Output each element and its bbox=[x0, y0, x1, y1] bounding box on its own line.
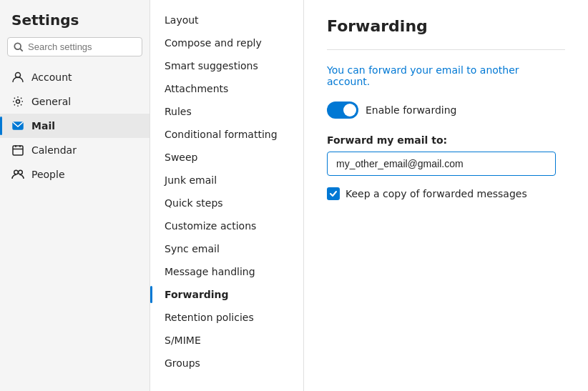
menu-item-retention-policies[interactable]: Retention policies bbox=[150, 306, 303, 329]
mail-icon bbox=[11, 119, 24, 132]
gear-icon bbox=[11, 95, 24, 108]
menu-item-rules[interactable]: Rules bbox=[150, 100, 303, 123]
enable-forwarding-toggle[interactable] bbox=[327, 102, 358, 119]
app-title: Settings bbox=[0, 11, 150, 37]
info-text: You can forward your email to another ac… bbox=[327, 64, 565, 87]
sidebar-item-label-mail: Mail bbox=[31, 120, 55, 132]
people-icon bbox=[11, 168, 24, 181]
menu-item-smart-suggestions[interactable]: Smart suggestions bbox=[150, 54, 303, 77]
menu-item-compose-reply[interactable]: Compose and reply bbox=[150, 31, 303, 54]
menu-item-layout[interactable]: Layout bbox=[150, 9, 303, 31]
menu-item-conditional-formatting[interactable]: Conditional formatting bbox=[150, 123, 303, 146]
menu-item-quick-steps[interactable]: Quick steps bbox=[150, 192, 303, 214]
enable-forwarding-label: Enable forwarding bbox=[366, 104, 456, 116]
keep-copy-row: Keep a copy of forwarded messages bbox=[327, 187, 565, 200]
right-panel: Forwarding You can forward your email to… bbox=[304, 0, 588, 391]
svg-point-10 bbox=[19, 170, 23, 174]
search-box[interactable] bbox=[7, 37, 142, 56]
sidebar-item-mail[interactable]: Mail bbox=[0, 114, 150, 138]
svg-point-0 bbox=[14, 43, 21, 49]
menu-item-customize-actions[interactable]: Customize actions bbox=[150, 214, 303, 237]
enable-forwarding-row: Enable forwarding bbox=[327, 102, 565, 119]
svg-line-1 bbox=[20, 49, 23, 51]
sidebar-item-account[interactable]: Account bbox=[0, 65, 150, 89]
forward-email-input[interactable] bbox=[327, 152, 556, 176]
left-panel: Settings Account General bbox=[0, 0, 150, 391]
keep-copy-checkbox[interactable] bbox=[327, 187, 340, 200]
menu-item-junk-email[interactable]: Junk email bbox=[150, 169, 303, 192]
sidebar-item-calendar[interactable]: Calendar bbox=[0, 138, 150, 162]
menu-item-forwarding[interactable]: Forwarding bbox=[150, 283, 303, 306]
svg-rect-5 bbox=[13, 146, 23, 155]
middle-panel: Layout Compose and reply Smart suggestio… bbox=[150, 0, 304, 391]
sidebar-item-general[interactable]: General bbox=[0, 89, 150, 114]
person-icon bbox=[11, 71, 24, 84]
title-divider bbox=[327, 49, 565, 50]
page-title: Forwarding bbox=[327, 17, 565, 35]
sidebar-item-label-people: People bbox=[31, 169, 65, 180]
forward-to-label: Forward my email to: bbox=[327, 134, 565, 146]
sidebar-item-people[interactable]: People bbox=[0, 162, 150, 187]
sidebar-item-label-account: Account bbox=[31, 71, 72, 83]
menu-item-smime[interactable]: S/MIME bbox=[150, 329, 303, 352]
sidebar-item-label-calendar: Calendar bbox=[31, 144, 77, 156]
search-icon bbox=[14, 42, 24, 52]
menu-item-attachments[interactable]: Attachments bbox=[150, 77, 303, 100]
menu-item-sync-email[interactable]: Sync email bbox=[150, 237, 303, 260]
menu-item-sweep[interactable]: Sweep bbox=[150, 146, 303, 169]
toggle-knob bbox=[343, 104, 356, 117]
search-input[interactable] bbox=[28, 41, 136, 52]
svg-point-3 bbox=[16, 100, 20, 104]
sidebar-item-label-general: General bbox=[31, 96, 71, 107]
keep-copy-label: Keep a copy of forwarded messages bbox=[346, 188, 527, 199]
menu-item-groups[interactable]: Groups bbox=[150, 352, 303, 375]
menu-item-message-handling[interactable]: Message handling bbox=[150, 260, 303, 283]
calendar-icon bbox=[11, 144, 24, 157]
svg-point-9 bbox=[14, 170, 19, 174]
